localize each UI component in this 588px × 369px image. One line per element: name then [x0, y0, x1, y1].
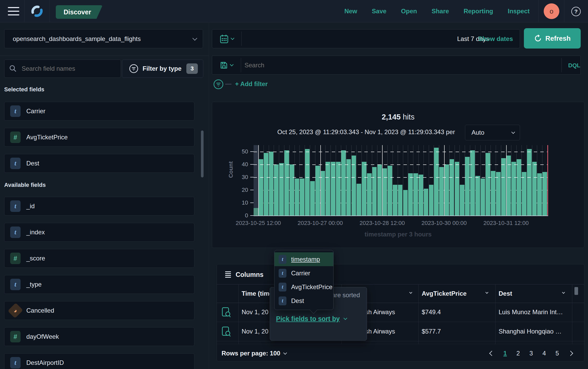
page-button-3[interactable]: 3 [526, 350, 536, 357]
field-item-_index[interactable]: t_index [4, 223, 194, 242]
field-item-dayOfWeek[interactable]: #dayOfWeek [4, 327, 194, 346]
sort-field-option-Carrier[interactable]: tCarrier [274, 266, 333, 280]
histogram-bar[interactable] [455, 162, 460, 216]
field-item-_id[interactable]: t_id [4, 197, 194, 216]
sort-field-option-Dest[interactable]: tDest [274, 294, 333, 308]
filter-circle-icon[interactable] [213, 79, 224, 90]
nav-link-reporting[interactable]: Reporting [464, 8, 493, 15]
histogram-bar[interactable] [413, 173, 418, 216]
table-scrollbar[interactable] [574, 287, 578, 295]
histogram-bar[interactable] [532, 162, 537, 216]
query-input[interactable] [244, 58, 588, 72]
refresh-button[interactable]: Refresh [524, 28, 581, 49]
histogram-bar[interactable] [450, 159, 454, 216]
histogram-bar[interactable] [346, 159, 351, 216]
histogram-bar[interactable] [290, 164, 294, 216]
histogram-bar[interactable] [460, 185, 464, 216]
histogram-bar[interactable] [259, 159, 263, 216]
histogram-bar[interactable] [434, 148, 439, 216]
histogram-bar[interactable] [362, 162, 366, 216]
col-header-price[interactable]: AvgTicketPrice [422, 290, 467, 297]
histogram-bar[interactable] [377, 164, 382, 216]
columns-button[interactable]: Columns [225, 269, 264, 280]
histogram-bar[interactable] [542, 172, 547, 216]
pick-fields-link[interactable]: Pick fields to sort by [276, 315, 347, 323]
histogram-bar[interactable] [465, 157, 470, 216]
histogram-bar[interactable] [295, 178, 299, 216]
histogram-bar[interactable] [517, 159, 521, 216]
sort-field-option-timestamp[interactable]: ttimestamp [274, 252, 333, 266]
histogram-bar[interactable] [470, 150, 475, 216]
nav-link-save[interactable]: Save [372, 8, 387, 15]
nav-link-share[interactable]: Share [432, 8, 449, 15]
query-language-toggle[interactable]: DQL [568, 62, 580, 69]
nav-link-inspect[interactable]: Inspect [508, 8, 530, 15]
prev-page-icon[interactable] [489, 351, 494, 356]
histogram-bar[interactable] [491, 171, 495, 216]
page-button-1[interactable]: 1 [500, 350, 510, 357]
page-button-2[interactable]: 2 [513, 350, 523, 357]
sort-field-option-AvgTicketPrice[interactable]: tAvgTicketPrice [274, 280, 333, 294]
histogram-bar[interactable] [274, 164, 279, 216]
histogram-bar[interactable] [481, 178, 485, 216]
histogram-bar[interactable] [382, 168, 387, 216]
page-button-4[interactable]: 4 [539, 350, 549, 357]
filter-by-type-button[interactable]: Filter by type 3 [122, 59, 203, 78]
histogram-bar[interactable] [310, 181, 315, 216]
opensearch-logo[interactable] [30, 4, 44, 18]
field-item-_score[interactable]: #_score [4, 249, 194, 268]
histogram-bar[interactable] [393, 185, 397, 216]
interval-select[interactable]: Auto [465, 125, 520, 140]
histogram-bar[interactable] [486, 153, 490, 216]
histogram-bar[interactable] [398, 185, 403, 216]
histogram-bar[interactable] [475, 176, 480, 216]
histogram-bar[interactable] [331, 162, 335, 216]
col-header-dest[interactable]: Dest [499, 290, 512, 297]
field-search-input[interactable] [21, 65, 116, 73]
sidebar-scrollbar[interactable] [201, 130, 204, 177]
histogram-bar[interactable] [419, 175, 423, 216]
quick-select-menu[interactable] [212, 29, 241, 48]
histogram-bar[interactable] [321, 171, 325, 216]
field-item-Cancelled[interactable]: ◑Cancelled [4, 301, 194, 320]
histogram-bar[interactable] [264, 153, 268, 216]
nav-link-new[interactable]: New [344, 8, 357, 15]
histogram-bar[interactable] [336, 162, 341, 216]
saved-query-menu[interactable] [212, 56, 241, 74]
histogram-bar[interactable] [305, 149, 310, 216]
histogram-bar[interactable] [341, 150, 346, 216]
avatar[interactable]: o [544, 3, 559, 19]
histogram-bar[interactable] [269, 152, 274, 216]
col-menu-dest-icon[interactable] [562, 291, 565, 294]
page-button-5[interactable]: 5 [552, 350, 562, 357]
histogram-bar[interactable] [439, 167, 444, 216]
nav-link-open[interactable]: Open [401, 8, 417, 15]
next-page-icon[interactable] [568, 351, 573, 356]
histogram-bar[interactable] [522, 172, 526, 216]
field-item-Carrier[interactable]: tCarrier [4, 102, 194, 121]
histogram-bar[interactable] [424, 189, 428, 216]
histogram-bar[interactable] [326, 162, 330, 216]
histogram-bar[interactable] [429, 185, 434, 216]
histogram-bar[interactable] [444, 164, 449, 216]
field-item-DestAirportID[interactable]: tDestAirportID [4, 353, 194, 369]
help-icon[interactable]: ? [571, 7, 581, 16]
histogram-bar[interactable] [537, 173, 542, 216]
histogram-bar[interactable] [408, 173, 413, 216]
histogram-bar[interactable] [279, 163, 284, 216]
expand-row-icon[interactable] [222, 307, 231, 319]
histogram-bar[interactable] [506, 156, 511, 216]
histogram-bar[interactable] [403, 190, 408, 216]
histogram-bar[interactable] [357, 184, 361, 216]
histogram-bar[interactable] [300, 178, 304, 216]
field-item-Dest[interactable]: tDest [4, 154, 194, 173]
histogram-bar[interactable] [501, 158, 506, 216]
histogram-bar[interactable] [372, 167, 377, 216]
field-item-AvgTicketPrice[interactable]: #AvgTicketPrice [4, 128, 194, 147]
histogram-bar[interactable] [352, 156, 356, 216]
add-filter-link[interactable]: + Add filter [235, 80, 268, 88]
histogram-bar[interactable] [496, 172, 501, 216]
index-pattern-select[interactable]: opensearch_dashboards_sample_data_flight… [4, 29, 203, 48]
field-item-_type[interactable]: t_type [4, 275, 194, 294]
col-menu-price-icon[interactable] [485, 291, 488, 294]
